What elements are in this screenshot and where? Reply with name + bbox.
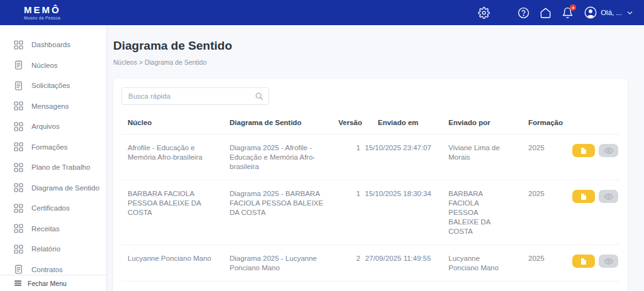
sidebar-item-certificados[interactable]: Certificados xyxy=(0,198,106,219)
table-row: BARBARA FACIOLA PESSOA BALEIXE DA COSTAD… xyxy=(121,180,619,245)
download-file-button[interactable] xyxy=(572,144,595,157)
sidebar-item-receitas[interactable]: Receitas xyxy=(0,219,106,239)
app-logo: MEMÔ Museu da Pessoa xyxy=(24,5,61,21)
cell-actions xyxy=(566,135,619,180)
logo-subtitle: Museu da Pessoa xyxy=(24,16,61,21)
close-menu-button[interactable]: Fechar Menu xyxy=(0,275,106,291)
cell-actions xyxy=(566,180,619,245)
sidebar-item-label: Certificados xyxy=(31,204,70,212)
cell-versao: 1 xyxy=(338,282,360,291)
gear-icon[interactable] xyxy=(477,6,490,19)
logo-title: MEMÔ xyxy=(24,5,61,14)
cell-versao: 1 xyxy=(338,135,360,180)
cell-actions xyxy=(566,282,619,291)
help-icon[interactable] xyxy=(517,6,530,19)
cell-formacao: 2025 xyxy=(519,282,566,291)
eye-icon xyxy=(604,257,613,266)
diagram-list-card: NúcleoDiagrama de SentidoVersãoEnviado e… xyxy=(113,79,628,291)
cell-enviado-por: Lucyanne Ponciano Mano xyxy=(436,282,519,291)
cell-enviado-por: Viviane Lima de Morais xyxy=(436,135,519,180)
sidebar-item-label: Diagrama de Sentido xyxy=(31,184,99,192)
grid-icon xyxy=(14,122,23,131)
eye-icon xyxy=(604,192,613,201)
column-header-nucleo: Núcleo xyxy=(121,109,222,135)
cell-nucleo: Afrofile - Educação e Memória Afro-brasi… xyxy=(121,135,222,180)
sidebar-item-label: Solicitações xyxy=(31,82,70,89)
cell-diagrama: Diagrama 2025 - Afrofile - Educação e Me… xyxy=(222,135,338,180)
diagram-table: NúcleoDiagrama de SentidoVersãoEnviado e… xyxy=(121,109,619,291)
cell-enviado-por: Lucyanne Ponciano Mano xyxy=(436,245,519,282)
grid-icon xyxy=(14,101,23,111)
grid-icon xyxy=(14,40,23,50)
view-diagram-button[interactable] xyxy=(599,144,618,157)
cell-versao: 1 xyxy=(338,180,360,245)
sidebar-item-label: Relatório xyxy=(31,245,60,253)
column-header-diagrama-de-sentido: Diagrama de Sentido xyxy=(222,109,338,135)
notification-badge xyxy=(570,4,576,11)
sidebar-item-nucleos[interactable]: Núcleos xyxy=(0,55,106,76)
sidebar-item-label: Formações xyxy=(31,143,68,151)
sidebar-item-label: Arquivos xyxy=(31,123,60,130)
column-header-enviado-por: Enviado por xyxy=(436,109,519,135)
sidebar-item-relatorio[interactable]: Relatório xyxy=(0,239,106,260)
sidebar-item-diagrama-de-sentido[interactable]: Diagrama de Sentido xyxy=(0,178,106,199)
sidebar: DashboardsNúcleosSolicitaçõesMensagensAr… xyxy=(0,25,107,291)
cell-nucleo: Lucyanne Ponciano Mano xyxy=(121,245,222,282)
grid-icon xyxy=(14,244,23,254)
sidebar-nav: DashboardsNúcleosSolicitaçõesMensagensAr… xyxy=(0,35,106,280)
sidebar-item-plano-de-trabalho[interactable]: Plano de Trabalho xyxy=(0,157,106,178)
top-bar-actions: Olá, ... xyxy=(477,6,634,19)
file-icon xyxy=(580,193,587,200)
sidebar-item-formacoes[interactable]: Formações xyxy=(0,137,106,158)
cell-enviado-em: 27/09/2025 11:45:22 xyxy=(360,282,436,291)
user-greeting: Olá, ... xyxy=(601,9,622,16)
sidebar-item-solicitacoes[interactable]: Solicitações xyxy=(0,75,106,96)
top-bar: MEMÔ Museu da Pessoa Olá, ... xyxy=(0,0,644,25)
user-menu[interactable]: Olá, ... xyxy=(584,6,634,19)
bell-icon[interactable] xyxy=(561,6,574,19)
page-title: Diagrama de Sentido xyxy=(113,39,628,53)
cell-actions xyxy=(566,245,619,282)
grid-icon xyxy=(14,142,23,151)
breadcrumb[interactable]: Núcleos > Diagrama de Sentido xyxy=(113,58,628,66)
sidebar-item-label: Dashboards xyxy=(31,41,70,48)
table-header-row: NúcleoDiagrama de SentidoVersãoEnviado e… xyxy=(121,109,619,135)
grid-icon xyxy=(14,224,23,233)
cell-formacao: 2025 xyxy=(519,245,566,282)
cell-formacao: 2025 xyxy=(519,180,566,245)
sidebar-item-label: Contratos xyxy=(31,266,63,273)
diagram-table-body: Afrofile - Educação e Memória Afro-brasi… xyxy=(121,135,619,291)
cell-enviado-em: 15/10/2025 23:47:07 xyxy=(360,135,436,180)
sidebar-item-arquivos[interactable]: Arquivos xyxy=(0,116,106,137)
eye-icon xyxy=(604,146,613,155)
search-icon[interactable] xyxy=(255,92,264,103)
document-icon xyxy=(14,81,23,91)
grid-icon xyxy=(14,183,23,192)
table-row: Lucyanne Ponciano ManoDiagrama 2025 - Lu… xyxy=(121,245,619,282)
cell-enviado-em: 15/10/2025 18:30:34 xyxy=(360,180,436,245)
view-diagram-button[interactable] xyxy=(599,255,618,268)
table-row: Afrofile - Educação e Memória Afro-brasi… xyxy=(121,135,619,180)
hamburger-icon xyxy=(14,279,22,287)
table-row: Lucyanne Ponciano ManoDiagrama 2025 - Lu… xyxy=(121,282,619,291)
view-diagram-button[interactable] xyxy=(599,190,618,203)
column-header-enviado-em: Enviado em xyxy=(360,109,436,135)
search-box xyxy=(121,87,269,105)
column-header-formacao: Formação xyxy=(519,109,566,135)
cell-diagrama: Diagrama 2025 - BARBARA FACIOLA PESSOA B… xyxy=(222,180,338,245)
search-input[interactable] xyxy=(121,87,269,105)
avatar-icon xyxy=(584,6,597,19)
sidebar-item-dashboards[interactable]: Dashboards xyxy=(0,35,106,55)
file-icon xyxy=(580,258,587,265)
cell-diagrama: Diagrama 2025 - Lucyanne Ponciano Mano xyxy=(222,245,338,282)
cell-nucleo: BARBARA FACIOLA PESSOA BALEIXE DA COSTA xyxy=(121,180,222,245)
cell-diagrama: Diagrama 2025 - Lucyanne Ponciano Mano xyxy=(222,282,338,291)
sidebar-item-label: Plano de Trabalho xyxy=(31,163,90,171)
document-icon xyxy=(14,60,23,70)
download-file-button[interactable] xyxy=(572,255,595,268)
sidebar-item-label: Mensagens xyxy=(31,102,69,110)
sidebar-item-mensagens[interactable]: Mensagens xyxy=(0,96,106,117)
column-header-versao: Versão xyxy=(338,109,360,135)
download-file-button[interactable] xyxy=(572,190,595,203)
home-icon[interactable] xyxy=(539,6,552,19)
